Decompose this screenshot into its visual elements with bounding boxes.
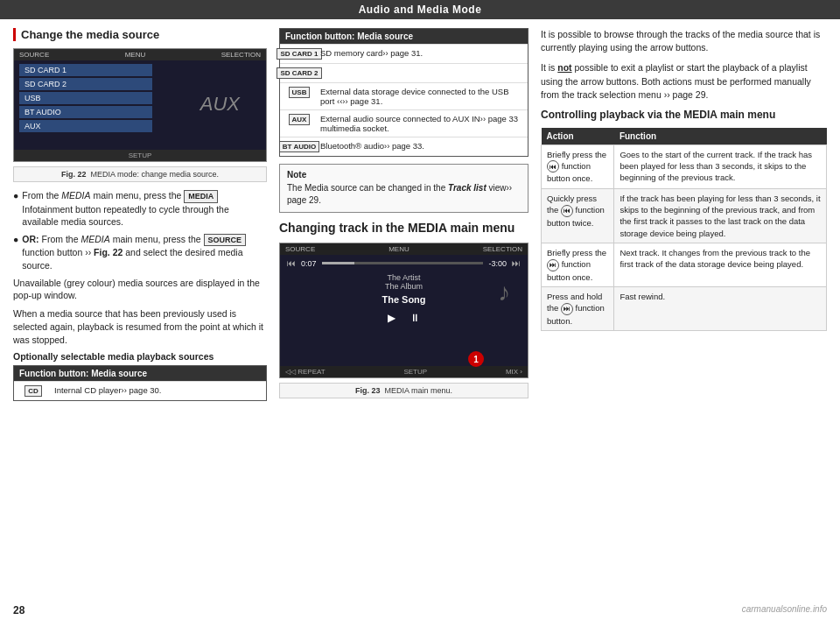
screen-menu-item-aux: AUX (19, 120, 152, 132)
screen-aux-label: AUX (200, 93, 240, 116)
sdcard2-icon-box: SD CARD 2 (276, 67, 321, 79)
mms-neg-time: -3:00 (488, 259, 507, 268)
body-text-2: ● OR: From the MEDIA main menu, press th… (13, 233, 267, 272)
mms-selection-label: SELECTION (483, 245, 522, 253)
table-cell-action-3: Briefly press the ⏭ function button once… (542, 243, 614, 286)
screen-menu-item-btaudio: BT AUDIO (19, 106, 152, 118)
func-icon-sdcard1: SD CARD 1 (285, 48, 313, 60)
prev-icon-1: ⏮ (547, 160, 559, 173)
fig23-caption: Fig. 23 MEDIA main menu. (279, 383, 528, 398)
mms-top-bar: SOURCE MENU SELECTION (280, 243, 528, 255)
mms-repeat-label: ◁◁ REPEAT (285, 368, 326, 376)
body-text-1-content: From the MEDIA main menu, press the MEDI… (22, 189, 267, 229)
screen-menu-item-sdcard2: SD CARD 2 (19, 78, 152, 90)
subsection-title: Optionally selectable media playback sou… (13, 351, 267, 362)
body-text-4: When a media source that has been previo… (13, 307, 267, 346)
right-column: It is possible to browse through the tra… (541, 28, 827, 592)
footer: 28 carmanualsonline.info (0, 601, 840, 620)
mms-controls-row: ⏮ 0:07 -3:00 ⏭ (280, 255, 528, 271)
mms-artist: The Artist (280, 273, 528, 282)
mms-playback-row: ▶ ⏸ (280, 308, 528, 328)
mms-song: The Song (280, 292, 528, 308)
next-icon-2: ⏭ (561, 303, 573, 315)
left-column: Change the media source SOURCE MENU SELE… (13, 28, 267, 592)
mms-source-label: SOURCE (285, 245, 315, 253)
table-cell-action-2: Quickly press the ⏮ function button twic… (542, 188, 614, 243)
table-header-function: Function (614, 128, 827, 145)
function-row-cd: CD Internal CD player›› page 30. (14, 381, 266, 400)
table-cell-action-1: Briefly press the ⏮ function button once… (542, 144, 614, 188)
table-header-action: Action (542, 128, 614, 145)
func-text-btaudio: Bluetooth® audio›› page 33. (320, 141, 424, 151)
mms-setup-label: SETUP (403, 368, 427, 376)
not-text: not (557, 62, 571, 73)
circle-num-1: 1 (468, 351, 484, 367)
screen-setup-bar: SETUP (14, 150, 266, 161)
func-text-usb: External data storage device connected t… (320, 87, 522, 106)
body-text-3: Unavailable (grey colour) media sources … (13, 277, 267, 302)
mms-mix-label: MIX › (506, 368, 522, 376)
func-row-aux: AUX External audio source connected to A… (280, 109, 528, 137)
func-text-cd: Internal CD player›› page 30. (54, 385, 162, 395)
middle-column: Function button: Media source SD CARD 1 … (279, 28, 528, 592)
media-main-screen-fig23: SOURCE MENU SELECTION ⏮ 0:07 -3:00 ⏭ The… (279, 243, 528, 378)
body-text-1: ● From the MEDIA main menu, press the ME… (13, 189, 267, 229)
screen-selection-label: SELECTION (221, 51, 261, 59)
right-body-2: It is not possible to exit a playlist or… (541, 61, 827, 102)
func-text-aux: External audio source connected to AUX I… (320, 114, 522, 133)
control-table: Action Function Briefly press the ⏮ func… (541, 128, 827, 331)
function-box-2: Function button: Media source SD CARD 1 … (279, 28, 528, 157)
mms-pause-icon: ⏸ (410, 312, 420, 324)
cd-icon-box: CD (24, 385, 42, 397)
table-row-1: Briefly press the ⏮ function button once… (542, 144, 827, 188)
sdcard1-icon-box: SD CARD 1 (276, 48, 321, 60)
table-row-4: Press and hold the ⏭ function button. Fa… (542, 287, 827, 331)
usb-icon-box: USB (289, 87, 311, 98)
screen-top-bar: SOURCE MENU SELECTION (14, 49, 266, 60)
prev-icon-2: ⏮ (561, 205, 573, 217)
mms-time: 0:07 (301, 259, 317, 268)
table-cell-function-4: Fast rewind. (614, 287, 827, 331)
watermark: carmanualsonline.info (742, 604, 827, 616)
middle-section-title: Changing track in the MEDIA main menu (279, 220, 528, 236)
controlling-title: Controlling playback via the MEDIA main … (541, 109, 827, 123)
table-cell-function-3: Next track. It changes from the previous… (614, 243, 827, 286)
note-box-title: Note (287, 170, 521, 180)
table-row-2: Quickly press the ⏮ function button twic… (542, 188, 827, 243)
header-bar: Audio and Media Mode (0, 0, 840, 19)
mms-album: The Album (280, 282, 528, 291)
mms-play-icon: ▶ (388, 312, 396, 324)
right-body-1: It is possible to browse through the tra… (541, 28, 827, 54)
mms-bottom-bar: ◁◁ REPEAT SETUP MIX › (280, 366, 528, 377)
body-text-2-content: OR: From the MEDIA main menu, press the … (22, 233, 267, 272)
func-icon-sdcard2: SD CARD 2 (285, 67, 313, 79)
note-box: Note The Media source can be changed in … (279, 164, 528, 213)
screen-menu-item-sdcard1: SD CARD 1 (19, 64, 152, 76)
aux-icon-box: AUX (289, 114, 311, 125)
func-icon-cd: CD (19, 385, 47, 397)
left-section-title: Change the media source (13, 28, 267, 41)
func-icon-usb: USB (285, 87, 313, 98)
function-box-1: Function button: Media source CD Interna… (13, 365, 267, 401)
func-text-sdcard1: SD memory card›› page 31. (320, 48, 423, 58)
mms-next-icon: ⏭ (512, 258, 521, 268)
screen-menu-label: MENU (125, 51, 146, 59)
fig22-caption: Fig. 22 MEDIA mode: change media source. (13, 166, 267, 182)
mms-music-note-icon: ♪ (498, 278, 510, 306)
content-area: Change the media source SOURCE MENU SELE… (0, 19, 840, 601)
media-screen-fig22: SOURCE MENU SELECTION SD CARD 1 SD CARD … (13, 48, 267, 162)
func-row-sdcard1: SD CARD 1 SD memory card›› page 31. (280, 44, 528, 63)
note-box-text: The Media source can be changed in the T… (287, 182, 521, 207)
table-cell-function-1: Goes to the start of the current track. … (614, 144, 827, 188)
btaudio-icon-box: BT AUDIO (279, 141, 319, 152)
table-cell-action-4: Press and hold the ⏭ function button. (542, 287, 614, 331)
media-button: MEDIA (184, 190, 218, 203)
table-row-3: Briefly press the ⏭ function button once… (542, 243, 827, 286)
screen-source-label: SOURCE (19, 51, 49, 59)
func-row-btaudio: BT AUDIO Bluetooth® audio›› page 33. (280, 137, 528, 156)
func-icon-aux: AUX (285, 114, 313, 125)
mms-progress-fill (322, 262, 354, 264)
func-row-sdcard2: SD CARD 2 (280, 63, 528, 82)
function-box-1-header: Function button: Media source (14, 366, 266, 381)
func-row-usb: USB External data storage device connect… (280, 82, 528, 109)
